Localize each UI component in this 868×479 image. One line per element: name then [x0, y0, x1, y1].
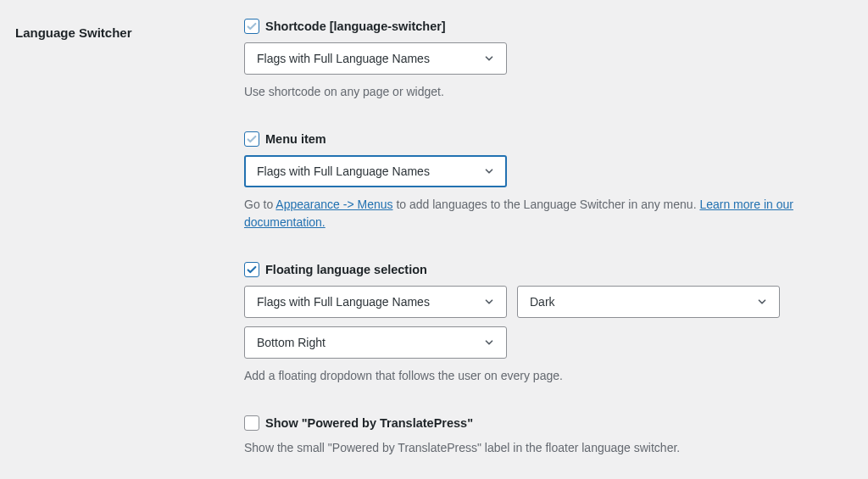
chevron-down-icon — [481, 334, 498, 351]
menu-item-description: Go to Appearance -> Menus to add languag… — [244, 196, 853, 231]
appearance-menus-link[interactable]: Appearance -> Menus — [275, 198, 392, 211]
shortcode-section: Shortcode [language-switcher] Flags with… — [244, 19, 853, 101]
menu-item-label: Menu item — [265, 132, 326, 146]
select-value: Dark — [530, 295, 555, 309]
select-value: Flags with Full Language Names — [257, 164, 430, 178]
poweredby-section: Show "Powered by TranslatePress" Show th… — [244, 415, 853, 457]
floating-section: Floating language selection Flags with F… — [244, 262, 853, 385]
menu-item-checkbox[interactable] — [244, 131, 259, 147]
menu-item-display-select[interactable]: Flags with Full Language Names — [244, 155, 507, 187]
floating-theme-select[interactable]: Dark — [517, 286, 780, 318]
select-value: Flags with Full Language Names — [257, 52, 430, 65]
section-heading: Language Switcher — [15, 19, 244, 40]
select-value: Flags with Full Language Names — [257, 295, 430, 309]
menu-item-section: Menu item Flags with Full Language Names… — [244, 131, 853, 231]
select-value: Bottom Right — [257, 336, 326, 349]
floating-position-select[interactable]: Bottom Right — [244, 326, 507, 359]
floating-display-select[interactable]: Flags with Full Language Names — [244, 286, 507, 318]
desc-text: Go to — [244, 198, 275, 211]
chevron-down-icon — [481, 163, 498, 180]
poweredby-description: Show the small "Powered by TranslatePres… — [244, 439, 853, 457]
poweredby-checkbox[interactable] — [244, 415, 259, 431]
chevron-down-icon — [481, 50, 498, 67]
floating-checkbox[interactable] — [244, 262, 259, 277]
floating-description: Add a floating dropdown that follows the… — [244, 367, 853, 385]
shortcode-label: Shortcode [language-switcher] — [265, 19, 446, 33]
desc-text: to add languages to the Language Switche… — [393, 198, 700, 211]
floating-label: Floating language selection — [265, 263, 427, 276]
shortcode-description: Use shortcode on any page or widget. — [244, 83, 853, 101]
chevron-down-icon — [754, 293, 771, 310]
shortcode-display-select[interactable]: Flags with Full Language Names — [244, 42, 507, 75]
poweredby-label: Show "Powered by TranslatePress" — [265, 416, 473, 430]
shortcode-checkbox[interactable] — [244, 19, 259, 34]
chevron-down-icon — [481, 293, 498, 310]
